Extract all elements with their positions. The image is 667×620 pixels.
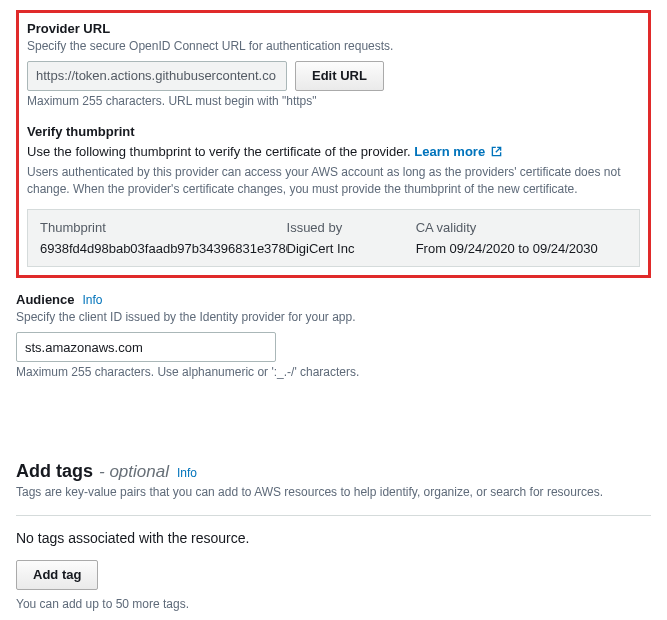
add-tags-title: Add tags	[16, 461, 93, 482]
optional-label: - optional	[99, 462, 169, 482]
thumbprint-header: Thumbprint	[40, 220, 287, 235]
audience-input[interactable]	[16, 332, 276, 362]
thumbprint-value: 6938fd4d98bab03faadb97b34396831e3780aea1	[40, 241, 287, 256]
external-link-icon	[491, 144, 502, 162]
provider-url-input	[27, 61, 287, 91]
tags-section: Add tags - optional Info Tags are key-va…	[16, 461, 651, 613]
thumbprint-data-row: 6938fd4d98bab03faadb97b34396831e3780aea1…	[40, 241, 627, 256]
verify-desc-text: Use the following thumbprint to verify t…	[27, 144, 414, 159]
learn-more-link[interactable]: Learn more	[414, 144, 501, 159]
add-tag-button[interactable]: Add tag	[16, 560, 98, 590]
divider	[16, 515, 651, 516]
tags-desc: Tags are key-value pairs that you can ad…	[16, 484, 651, 501]
cavalidity-value: From 09/24/2020 to 09/24/2030	[416, 241, 627, 256]
verify-desc: Use the following thumbprint to verify t…	[27, 143, 640, 162]
provider-url-label: Provider URL	[27, 21, 640, 36]
thumbprint-table: Thumbprint Issued by CA validity 6938fd4…	[27, 209, 640, 267]
thumbprint-header-row: Thumbprint Issued by CA validity	[40, 220, 627, 235]
issuedby-value: DigiCert Inc	[287, 241, 416, 256]
audience-section: Audience Info Specify the client ID issu…	[16, 288, 651, 381]
edit-url-button[interactable]: Edit URL	[295, 61, 384, 91]
audience-desc: Specify the client ID issued by the Iden…	[16, 309, 651, 326]
audience-label: Audience	[16, 292, 75, 307]
audience-hint: Maximum 255 characters. Use alphanumeric…	[16, 364, 651, 381]
cavalidity-header: CA validity	[416, 220, 627, 235]
provider-url-desc: Specify the secure OpenID Connect URL fo…	[27, 38, 640, 55]
highlighted-provider-section: Provider URL Specify the secure OpenID C…	[16, 10, 651, 278]
verify-thumbprint-label: Verify thumbprint	[27, 124, 640, 139]
no-tags-text: No tags associated with the resource.	[16, 530, 651, 546]
provider-url-hint: Maximum 255 characters. URL must begin w…	[27, 93, 640, 110]
tags-hint: You can add up to 50 more tags.	[16, 596, 651, 613]
audience-info-link[interactable]: Info	[83, 293, 103, 307]
tags-info-link[interactable]: Info	[177, 466, 197, 480]
issuedby-header: Issued by	[287, 220, 416, 235]
verify-sub-desc: Users authenticated by this provider can…	[27, 164, 640, 198]
